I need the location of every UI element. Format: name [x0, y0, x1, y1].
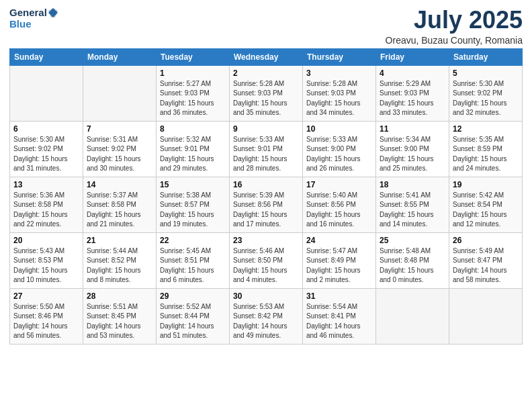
logo-blue: Blue — [9, 19, 32, 30]
table-row: 2Sunrise: 5:28 AM Sunset: 9:03 PM Daylig… — [230, 65, 303, 121]
day-info: Sunrise: 5:43 AM Sunset: 8:53 PM Dayligh… — [13, 246, 79, 285]
week-row-3: 13Sunrise: 5:36 AM Sunset: 8:58 PM Dayli… — [10, 177, 523, 232]
day-number: 8 — [160, 124, 226, 134]
day-info: Sunrise: 5:33 AM Sunset: 9:00 PM Dayligh… — [306, 135, 372, 174]
week-row-1: 1Sunrise: 5:27 AM Sunset: 9:03 PM Daylig… — [10, 65, 523, 121]
table-row: 15Sunrise: 5:38 AM Sunset: 8:57 PM Dayli… — [157, 177, 230, 232]
header-sunday: Sunday — [10, 48, 83, 65]
table-row: 3Sunrise: 5:28 AM Sunset: 9:03 PM Daylig… — [303, 65, 376, 121]
day-info: Sunrise: 5:44 AM Sunset: 8:52 PM Dayligh… — [87, 246, 152, 285]
day-info: Sunrise: 5:48 AM Sunset: 8:48 PM Dayligh… — [380, 246, 445, 285]
table-row: 6Sunrise: 5:30 AM Sunset: 9:02 PM Daylig… — [10, 121, 83, 177]
day-info: Sunrise: 5:31 AM Sunset: 9:02 PM Dayligh… — [87, 135, 152, 174]
svg-marker-1 — [48, 8, 58, 17]
table-row: 22Sunrise: 5:45 AM Sunset: 8:51 PM Dayli… — [157, 232, 230, 288]
day-info: Sunrise: 5:29 AM Sunset: 9:03 PM Dayligh… — [380, 79, 445, 118]
table-row — [10, 65, 83, 121]
day-info: Sunrise: 5:28 AM Sunset: 9:03 PM Dayligh… — [306, 79, 372, 118]
location: Oreavu, Buzau County, Romania — [386, 35, 523, 46]
day-number: 12 — [453, 124, 519, 134]
day-info: Sunrise: 5:38 AM Sunset: 8:57 PM Dayligh… — [160, 191, 226, 230]
table-row: 7Sunrise: 5:31 AM Sunset: 9:02 PM Daylig… — [83, 121, 157, 177]
day-info: Sunrise: 5:39 AM Sunset: 8:56 PM Dayligh… — [233, 191, 299, 230]
calendar: Sunday Monday Tuesday Wednesday Thursday… — [9, 48, 523, 345]
day-info: Sunrise: 5:49 AM Sunset: 8:47 PM Dayligh… — [453, 246, 519, 285]
page: General Blue July 2025 Oreavu, Buzau Cou… — [0, 0, 532, 411]
table-row: 19Sunrise: 5:42 AM Sunset: 8:54 PM Dayli… — [449, 177, 523, 232]
day-info: Sunrise: 5:54 AM Sunset: 8:41 PM Dayligh… — [306, 302, 372, 341]
table-row: 4Sunrise: 5:29 AM Sunset: 9:03 PM Daylig… — [376, 65, 449, 121]
table-row: 10Sunrise: 5:33 AM Sunset: 9:00 PM Dayli… — [303, 121, 376, 177]
day-number: 10 — [306, 124, 372, 134]
table-row: 25Sunrise: 5:48 AM Sunset: 8:48 PM Dayli… — [376, 232, 449, 288]
day-number: 1 — [160, 68, 226, 78]
day-number: 17 — [306, 180, 372, 189]
day-info: Sunrise: 5:52 AM Sunset: 8:44 PM Dayligh… — [160, 302, 226, 341]
table-row: 28Sunrise: 5:51 AM Sunset: 8:45 PM Dayli… — [83, 288, 157, 344]
day-number: 26 — [453, 236, 519, 245]
day-info: Sunrise: 5:30 AM Sunset: 9:02 PM Dayligh… — [13, 135, 79, 174]
day-info: Sunrise: 5:53 AM Sunset: 8:42 PM Dayligh… — [233, 302, 299, 341]
weekday-header-row: Sunday Monday Tuesday Wednesday Thursday… — [10, 48, 523, 65]
day-info: Sunrise: 5:27 AM Sunset: 9:03 PM Dayligh… — [160, 79, 226, 118]
table-row: 17Sunrise: 5:40 AM Sunset: 8:56 PM Dayli… — [303, 177, 376, 232]
day-info: Sunrise: 5:37 AM Sunset: 8:58 PM Dayligh… — [87, 191, 152, 230]
day-number: 25 — [380, 236, 445, 245]
day-info: Sunrise: 5:42 AM Sunset: 8:54 PM Dayligh… — [453, 191, 519, 230]
day-info: Sunrise: 5:30 AM Sunset: 9:02 PM Dayligh… — [453, 79, 519, 118]
table-row: 27Sunrise: 5:50 AM Sunset: 8:46 PM Dayli… — [10, 288, 83, 344]
table-row: 21Sunrise: 5:44 AM Sunset: 8:52 PM Dayli… — [83, 232, 157, 288]
table-row: 20Sunrise: 5:43 AM Sunset: 8:53 PM Dayli… — [10, 232, 83, 288]
day-number: 29 — [160, 291, 226, 301]
table-row — [83, 65, 157, 121]
day-number: 11 — [380, 124, 445, 134]
day-info: Sunrise: 5:33 AM Sunset: 9:01 PM Dayligh… — [233, 135, 299, 174]
day-number: 13 — [13, 180, 79, 189]
title-block: July 2025 Oreavu, Buzau County, Romania — [386, 7, 523, 46]
day-number: 15 — [160, 180, 226, 189]
header-saturday: Saturday — [449, 48, 523, 65]
table-row: 14Sunrise: 5:37 AM Sunset: 8:58 PM Dayli… — [83, 177, 157, 232]
day-number: 16 — [233, 180, 299, 189]
day-info: Sunrise: 5:40 AM Sunset: 8:56 PM Dayligh… — [306, 191, 372, 230]
week-row-4: 20Sunrise: 5:43 AM Sunset: 8:53 PM Dayli… — [10, 232, 523, 288]
day-number: 2 — [233, 68, 299, 78]
day-number: 9 — [233, 124, 299, 134]
day-number: 31 — [306, 291, 372, 301]
header-wednesday: Wednesday — [230, 48, 303, 65]
day-number: 18 — [380, 180, 445, 189]
table-row: 9Sunrise: 5:33 AM Sunset: 9:01 PM Daylig… — [230, 121, 303, 177]
table-row: 1Sunrise: 5:27 AM Sunset: 9:03 PM Daylig… — [157, 65, 230, 121]
table-row: 5Sunrise: 5:30 AM Sunset: 9:02 PM Daylig… — [449, 65, 523, 121]
day-number: 3 — [306, 68, 372, 78]
day-number: 4 — [380, 68, 445, 78]
table-row: 18Sunrise: 5:41 AM Sunset: 8:55 PM Dayli… — [376, 177, 449, 232]
day-info: Sunrise: 5:46 AM Sunset: 8:50 PM Dayligh… — [233, 246, 299, 285]
table-row: 30Sunrise: 5:53 AM Sunset: 8:42 PM Dayli… — [230, 288, 303, 344]
table-row — [449, 288, 523, 344]
header-tuesday: Tuesday — [157, 48, 230, 65]
logo-icon — [47, 7, 59, 19]
day-info: Sunrise: 5:36 AM Sunset: 8:58 PM Dayligh… — [13, 191, 79, 230]
logo: General Blue — [9, 7, 59, 30]
day-number: 21 — [87, 236, 152, 245]
table-row: 29Sunrise: 5:52 AM Sunset: 8:44 PM Dayli… — [157, 288, 230, 344]
day-number: 14 — [87, 180, 152, 189]
day-number: 7 — [87, 124, 152, 134]
table-row: 24Sunrise: 5:47 AM Sunset: 8:49 PM Dayli… — [303, 232, 376, 288]
day-number: 28 — [87, 291, 152, 301]
day-info: Sunrise: 5:51 AM Sunset: 8:45 PM Dayligh… — [87, 302, 152, 341]
header-monday: Monday — [83, 48, 157, 65]
day-number: 30 — [233, 291, 299, 301]
day-info: Sunrise: 5:45 AM Sunset: 8:51 PM Dayligh… — [160, 246, 226, 285]
day-info: Sunrise: 5:34 AM Sunset: 9:00 PM Dayligh… — [380, 135, 445, 174]
table-row: 12Sunrise: 5:35 AM Sunset: 8:59 PM Dayli… — [449, 121, 523, 177]
day-info: Sunrise: 5:28 AM Sunset: 9:03 PM Dayligh… — [233, 79, 299, 118]
day-number: 24 — [306, 236, 372, 245]
day-info: Sunrise: 5:41 AM Sunset: 8:55 PM Dayligh… — [380, 191, 445, 230]
header-thursday: Thursday — [303, 48, 376, 65]
table-row: 8Sunrise: 5:32 AM Sunset: 9:01 PM Daylig… — [157, 121, 230, 177]
header: General Blue July 2025 Oreavu, Buzau Cou… — [9, 7, 523, 46]
table-row: 11Sunrise: 5:34 AM Sunset: 9:00 PM Dayli… — [376, 121, 449, 177]
day-number: 5 — [453, 68, 519, 78]
